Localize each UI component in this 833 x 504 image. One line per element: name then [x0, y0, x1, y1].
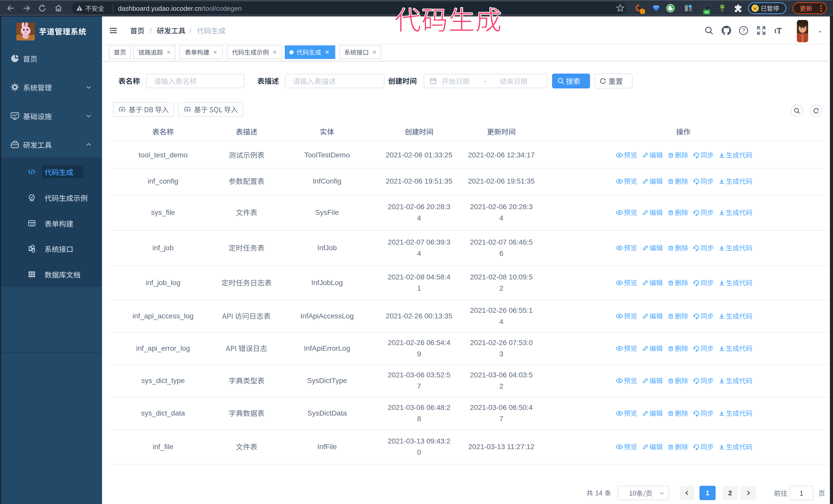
svg-text:?: ?	[742, 27, 745, 33]
